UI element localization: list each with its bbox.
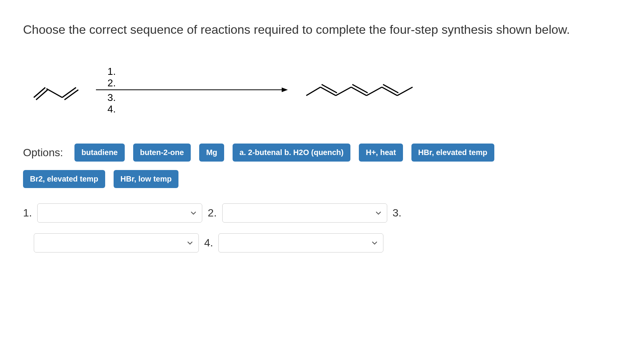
chevron-down-icon — [372, 240, 378, 246]
slot-select-4[interactable] — [218, 233, 383, 253]
slot-label-4: 4. — [204, 237, 213, 249]
option-h-plus-heat[interactable]: H+, heat — [359, 144, 403, 162]
options-label: Options: — [23, 147, 63, 159]
options-row-2: Br2, elevated temp HBr, low temp — [23, 170, 621, 188]
option-hbr-elevated[interactable]: HBr, elevated temp — [411, 144, 494, 162]
options-row-1: Options: butadiene buten-2-one Mg a. 2-b… — [23, 144, 621, 162]
reaction-diagram: 1. 2. 3. 4. — [31, 55, 621, 124]
option-hbr-low[interactable]: HBr, low temp — [114, 170, 178, 188]
option-br2-elevated[interactable]: Br2, elevated temp — [23, 170, 105, 188]
slot-select-3[interactable] — [34, 233, 199, 253]
starting-material-structure — [31, 74, 88, 105]
option-mg[interactable]: Mg — [199, 144, 224, 162]
slot-label-2: 2. — [208, 207, 216, 219]
step-label-4: 4. — [107, 104, 116, 115]
slot-select-2[interactable] — [222, 203, 387, 223]
option-2-butenal-h2o[interactable]: a. 2-butenal b. H2O (quench) — [233, 144, 350, 162]
option-butadiene[interactable]: butadiene — [74, 144, 124, 162]
chevron-down-icon — [375, 210, 381, 216]
option-buten-2-one[interactable]: buten-2-one — [133, 144, 191, 162]
arrow-labels-top: 1. 2. — [107, 66, 116, 89]
product-structure — [303, 76, 418, 103]
slot-label-3: 3. — [393, 207, 401, 219]
reaction-arrow-section: 1. 2. 3. 4. — [96, 86, 288, 94]
answer-slots: 1. 2. 3. 4. — [23, 203, 621, 253]
step-label-2: 2. — [107, 78, 116, 89]
slot-label-1: 1. — [23, 207, 32, 219]
chevron-down-icon — [190, 210, 197, 216]
question-text: Choose the correct sequence of reactions… — [23, 19, 621, 40]
reaction-arrow — [96, 86, 288, 94]
svg-marker-1 — [282, 88, 288, 92]
arrow-labels-bottom: 3. 4. — [107, 92, 116, 115]
step-label-3: 3. — [107, 92, 116, 104]
step-label-1: 1. — [107, 66, 116, 78]
chevron-down-icon — [187, 240, 193, 246]
slot-select-1[interactable] — [37, 203, 202, 223]
